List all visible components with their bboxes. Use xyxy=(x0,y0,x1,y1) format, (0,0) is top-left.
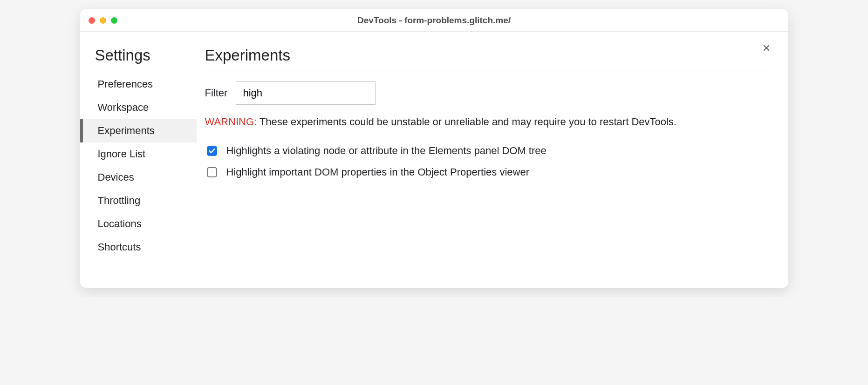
page-title: Experiments xyxy=(205,47,771,72)
settings-main: Experiments Filter WARNING: These experi… xyxy=(197,32,788,288)
experiment-checkbox[interactable] xyxy=(207,146,217,156)
sidebar-item-experiments[interactable]: Experiments xyxy=(80,119,197,142)
sidebar-item-label: Locations xyxy=(98,218,142,230)
traffic-lights xyxy=(89,17,117,24)
sidebar-item-throttling[interactable]: Throttling xyxy=(80,189,197,212)
warning-body: These experiments could be unstable or u… xyxy=(257,116,677,128)
warning-text: WARNING: These experiments could be unst… xyxy=(205,115,771,129)
experiment-label: Highlight important DOM properties in th… xyxy=(226,166,530,178)
sidebar-item-label: Devices xyxy=(98,171,134,183)
window-minimize-button[interactable] xyxy=(100,17,106,24)
warning-label: WARNING: xyxy=(205,116,257,128)
window-titlebar: DevTools - form-problems.glitch.me/ xyxy=(80,9,788,32)
window-close-button[interactable] xyxy=(89,17,95,24)
settings-panel: Settings PreferencesWorkspaceExperiments… xyxy=(80,32,788,288)
settings-sidebar: Settings PreferencesWorkspaceExperiments… xyxy=(80,32,197,288)
filter-input[interactable] xyxy=(236,81,376,105)
filter-row: Filter xyxy=(205,81,771,105)
experiment-row: Highlights a violating node or attribute… xyxy=(205,140,771,162)
sidebar-item-shortcuts[interactable]: Shortcuts xyxy=(80,236,197,259)
window-zoom-button[interactable] xyxy=(111,17,117,24)
sidebar-item-locations[interactable]: Locations xyxy=(80,212,197,236)
experiment-label: Highlights a violating node or attribute… xyxy=(226,145,547,157)
sidebar-item-label: Preferences xyxy=(98,78,153,90)
close-icon xyxy=(762,44,771,52)
window-title: DevTools - form-problems.glitch.me/ xyxy=(80,15,788,26)
sidebar-title: Settings xyxy=(80,47,197,73)
sidebar-item-label: Ignore List xyxy=(98,148,146,160)
close-settings-button[interactable] xyxy=(760,42,772,54)
sidebar-item-label: Shortcuts xyxy=(98,241,141,253)
sidebar-item-devices[interactable]: Devices xyxy=(80,166,197,189)
sidebar-item-preferences[interactable]: Preferences xyxy=(80,73,197,96)
sidebar-item-label: Throttling xyxy=(98,195,141,206)
check-icon xyxy=(208,147,216,155)
devtools-window: DevTools - form-problems.glitch.me/ Sett… xyxy=(80,9,788,288)
divider xyxy=(205,72,771,72)
sidebar-item-label: Experiments xyxy=(98,125,155,136)
sidebar-item-ignore-list[interactable]: Ignore List xyxy=(80,142,197,166)
experiment-row: Highlight important DOM properties in th… xyxy=(205,162,771,183)
filter-label: Filter xyxy=(205,87,228,99)
sidebar-item-label: Workspace xyxy=(98,101,149,113)
experiment-checkbox[interactable] xyxy=(207,167,217,177)
sidebar-item-workspace[interactable]: Workspace xyxy=(80,96,197,119)
